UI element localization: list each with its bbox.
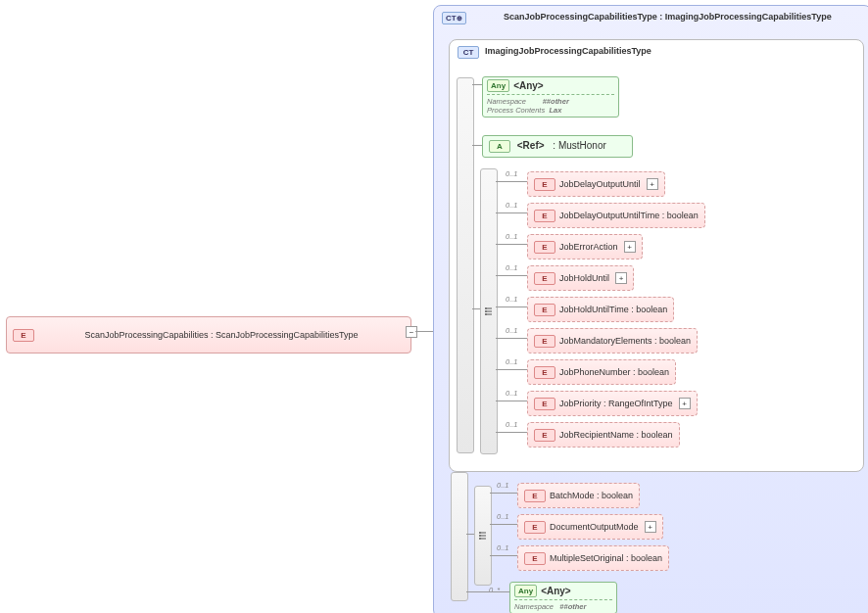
cardinality: 0..1	[497, 512, 509, 521]
element-node[interactable]: E DocumentOutputMode +	[517, 514, 663, 540]
element-label: JobRecipientName : boolean	[559, 430, 673, 440]
element-label: JobMandatoryElements : boolean	[559, 336, 691, 346]
any-pc-label: Process Contents	[487, 106, 545, 115]
element-label: JobDelayOutputUntilTime : boolean	[559, 211, 699, 220]
element-badge: E	[534, 210, 555, 222]
element-node[interactable]: E BatchMode : boolean	[517, 483, 640, 508]
outer-ct-label: ScanJobProcessingCapabilitiesType : Imag…	[472, 12, 863, 22]
cardinality: 0..1	[506, 232, 518, 241]
element-node[interactable]: E JobDelayOutputUntilTime : boolean	[527, 203, 705, 228]
expander-icon[interactable]: +	[645, 521, 656, 533]
connector	[415, 331, 433, 332]
ref-label: <Ref>	[517, 140, 545, 151]
element-badge: E	[534, 241, 555, 254]
connector	[490, 524, 517, 525]
ct-badge: CT⊕	[442, 12, 466, 24]
connector	[496, 275, 527, 276]
outer-ct-header: CT⊕ ScanJobProcessingCapabilitiesType : …	[438, 10, 867, 26]
connector	[472, 84, 482, 85]
cardinality: 0..1	[506, 357, 518, 366]
connector	[466, 534, 474, 535]
cardinality: 0..1	[497, 543, 509, 552]
element-label: JobErrorAction	[559, 242, 618, 252]
element-label: JobHoldUntilTime : boolean	[559, 305, 667, 314]
connector	[496, 338, 527, 339]
any-badge: Any	[514, 585, 537, 597]
element-badge: E	[534, 429, 555, 442]
cardinality: 0..1	[506, 389, 518, 398]
connector	[496, 212, 527, 213]
svg-point-6	[479, 532, 481, 534]
cardinality: 0..1	[506, 201, 518, 210]
element-badge: E	[534, 398, 555, 410]
cardinality: 0..1	[506, 420, 518, 429]
expander-icon[interactable]: +	[624, 241, 636, 253]
connector	[496, 369, 527, 370]
connector	[496, 244, 527, 245]
any2-ns: ##other	[559, 602, 586, 611]
any-ns: ##other	[543, 97, 569, 106]
element-node[interactable]: E MultipleSetOriginal : boolean	[517, 545, 669, 571]
expander-icon[interactable]: +	[647, 178, 658, 190]
attribute-badge: A	[489, 140, 510, 153]
connector	[496, 401, 527, 401]
inner-rail	[457, 77, 474, 453]
element-badge: E	[524, 490, 546, 502]
root-element[interactable]: E ScanJobProcessingCapabilities : ScanJo…	[6, 316, 411, 354]
svg-point-7	[479, 535, 481, 537]
cardinality: 0..1	[497, 481, 509, 490]
connector	[472, 145, 482, 146]
element-badge: E	[534, 335, 555, 348]
inner-sequence	[480, 168, 498, 454]
any-badge: Any	[487, 79, 509, 92]
ref-type: : MustHonor	[553, 140, 605, 151]
inner-ct-label: ImagingJobProcessingCapabilitiesType	[485, 46, 651, 56]
root-expander[interactable]: −	[406, 326, 417, 338]
cardinality: 0..1	[506, 326, 518, 335]
element-badge: E	[534, 272, 555, 285]
root-label: ScanJobProcessingCapabilities : ScanJobP…	[38, 330, 405, 340]
svg-point-8	[479, 538, 481, 540]
inner-ct-header: CT ImagingJobProcessingCapabilitiesType	[454, 44, 859, 61]
svg-point-0	[485, 307, 487, 309]
cardinality: 0..1	[506, 169, 518, 178]
element-badge: E	[13, 329, 34, 342]
expander-icon[interactable]: +	[615, 272, 627, 284]
any2-label: <Any>	[541, 586, 571, 596]
element-badge: E	[524, 552, 546, 565]
connector	[496, 181, 527, 182]
element-badge: E	[534, 366, 555, 379]
element-badge: E	[524, 521, 546, 534]
element-label: MultipleSetOriginal : boolean	[550, 553, 662, 563]
element-label: BatchMode : boolean	[550, 491, 633, 500]
connector	[496, 306, 527, 307]
element-node[interactable]: E JobErrorAction +	[527, 234, 643, 259]
element-node[interactable]: E JobHoldUntil +	[527, 265, 634, 291]
element-label: JobDelayOutputUntil	[559, 179, 641, 189]
element-node[interactable]: E JobPriority : RangeOfIntType +	[527, 391, 698, 416]
cardinality: 0..1	[506, 295, 518, 304]
svg-point-2	[485, 313, 487, 315]
outer-sequence-rail	[451, 472, 468, 601]
cardinality: 0..1	[506, 263, 518, 272]
expander-icon[interactable]: +	[679, 398, 691, 409]
connector	[490, 493, 517, 494]
element-label: JobPhoneNumber : boolean	[559, 367, 669, 377]
connector	[472, 308, 480, 309]
svg-point-1	[485, 310, 487, 312]
element-node[interactable]: E JobHoldUntilTime : boolean	[527, 297, 674, 322]
element-label: JobPriority : RangeOfIntType	[559, 399, 673, 408]
element-node[interactable]: E JobRecipientName : boolean	[527, 422, 680, 448]
cardinality: 0..*	[489, 586, 500, 594]
element-label: DocumentOutputMode	[550, 522, 639, 532]
any-block: Any<Any> Namespace ##other Process Conte…	[482, 76, 619, 118]
outer-sequence	[474, 486, 492, 586]
element-node[interactable]: E JobDelayOutputUntil +	[527, 171, 665, 197]
any-label: <Any>	[513, 80, 544, 91]
any-block-bottom: Any<Any> Namespace ##other	[509, 582, 617, 613]
any-ns-label: Namespace	[487, 97, 526, 106]
attribute-ref: A <Ref> : MustHonor	[482, 135, 633, 158]
any2-ns-label: Namespace	[514, 602, 554, 611]
element-node[interactable]: E JobPhoneNumber : boolean	[527, 359, 676, 385]
element-node[interactable]: E JobMandatoryElements : boolean	[527, 328, 698, 354]
